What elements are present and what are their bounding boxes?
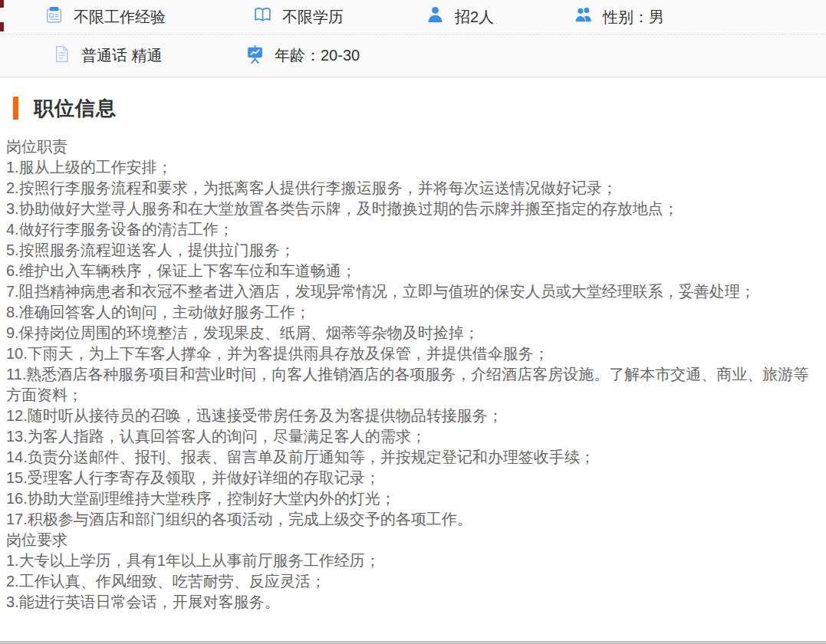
attribute-headcount: 招2人 <box>426 5 574 28</box>
duty-line: 16.协助大堂副理维持大堂秩序，控制好大堂内外的灯光； <box>6 488 817 509</box>
requirement-line: 1.大专以上学历，具有1年以上从事前厅服务工作经历； <box>6 550 817 571</box>
attribute-age: 年龄：20-30 <box>245 44 826 67</box>
duty-line: 6.维护出入车辆秩序，保证上下客车位和车道畅通； <box>6 261 817 281</box>
left-edge-mark <box>0 0 4 8</box>
attribute-label: 普通话 精通 <box>81 45 163 66</box>
attributes-row-1: 不限工作经验 不限学历 招2人 <box>0 0 826 34</box>
duties-list: 1.服从上级的工作安排；2.按照行李服务流程和要求，为抵离客人提供行李搬运服务，… <box>6 157 817 530</box>
duty-line: 8.准确回答客人的询问，主动做好服务工作； <box>6 302 817 323</box>
attribute-label: 年龄：20-30 <box>275 45 360 66</box>
attribute-experience: 不限工作经验 <box>44 5 253 28</box>
chart-board-icon <box>245 44 265 67</box>
duty-line: 7.阻挡精神病患者和衣冠不整者进入酒店，发现异常情况，立即与值班的保安人员或大堂… <box>6 281 817 302</box>
duty-line: 15.受理客人行李寄存及领取，并做好详细的存取记录； <box>6 468 817 488</box>
document-icon <box>52 44 71 67</box>
resume-icon <box>44 5 64 28</box>
person-icon <box>426 5 445 28</box>
duty-line: 2.按照行李服务流程和要求，为抵离客人提供行李搬运服务，并将每次运送情况做好记录… <box>6 178 817 199</box>
requirement-line: 3.能进行英语日常会话，开展对客服务。 <box>6 592 817 613</box>
left-edge-mark <box>0 22 4 31</box>
duty-line: 9.保持岗位周围的环境整洁，发现果皮、纸屑、烟蒂等杂物及时捡掉； <box>6 323 817 343</box>
duty-line: 3.协助做好大堂寻人服务和在大堂放置各类告示牌，及时撤换过期的告示牌并搬至指定的… <box>6 199 817 219</box>
requirements-list: 1.大专以上学历，具有1年以上从事前厅服务工作经历；2.工作认真、作风细致、吃苦… <box>6 550 817 613</box>
duties-heading: 岗位职责 <box>6 136 817 157</box>
job-attributes-strip: 不限工作经验 不限学历 招2人 <box>0 0 826 77</box>
duty-line: 5.按照服务流程迎送客人，提供拉门服务； <box>6 240 817 261</box>
attribute-gender: 性别：男 <box>574 5 826 28</box>
attribute-label: 不限学历 <box>282 7 344 28</box>
attributes-row-2: 普通话 精通 年龄：20-30 <box>0 34 826 77</box>
requirement-line: 2.工作认真、作风细致、吃苦耐劳、反应灵活； <box>6 571 817 592</box>
duty-line: 17.积极参与酒店和部门组织的各项活动，完成上级交予的各项工作。 <box>6 509 817 530</box>
job-description: 岗位职责 1.服从上级的工作安排；2.按照行李服务流程和要求，为抵离客人提供行李… <box>0 120 826 613</box>
attribute-label: 招2人 <box>455 7 494 28</box>
duty-line: 13.为客人指路，认真回答客人的询问，尽量满足客人的需求； <box>6 426 817 447</box>
people-icon <box>574 5 593 28</box>
duty-line: 4.做好行李服务设备的清洁工作； <box>6 219 817 240</box>
attribute-language: 普通话 精通 <box>52 44 245 67</box>
duty-line: 12.随时听从接待员的召唤，迅速接受带房任务及为客提供物品转接服务； <box>6 406 817 426</box>
attribute-label: 性别：男 <box>603 7 664 28</box>
section-title: 职位信息 <box>34 95 117 122</box>
attribute-education: 不限学历 <box>253 5 426 28</box>
book-icon <box>253 5 272 28</box>
duty-line: 14.负责分送邮件、报刊、报表、留言单及前厅通知等，并按规定登记和办理签收手续； <box>6 447 817 468</box>
job-detail-page: 不限工作经验 不限学历 招2人 <box>0 0 826 644</box>
accent-bar <box>13 97 18 120</box>
duty-line: 1.服从上级的工作安排； <box>6 157 817 178</box>
requirements-heading: 岗位要求 <box>6 530 817 550</box>
section-header: 职位信息 <box>0 96 826 120</box>
duty-line: 10.下雨天，为上下车客人撑伞，并为客提供雨具存放及保管，并提供借伞服务； <box>6 343 817 364</box>
duty-line: 11.熟悉酒店各种服务项目和营业时间，向客人推销酒店的各项服务，介绍酒店客房设施… <box>6 364 817 406</box>
attribute-label: 不限工作经验 <box>74 7 166 28</box>
